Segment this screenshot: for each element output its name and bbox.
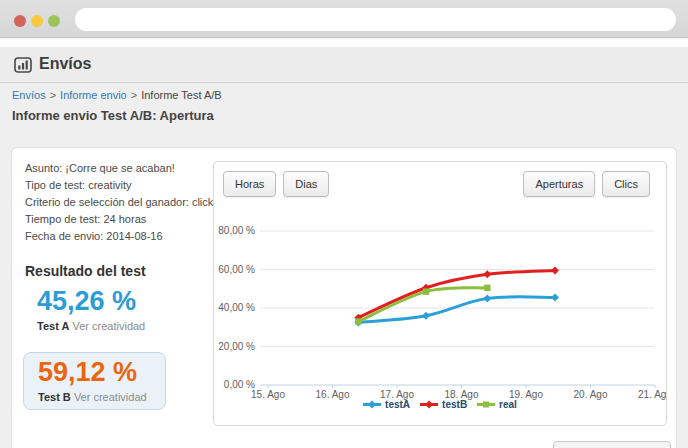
browser-titlebar bbox=[0, 0, 688, 38]
svg-text:20,00 %: 20,00 % bbox=[218, 341, 255, 352]
partial-button-bottom[interactable] bbox=[553, 441, 671, 448]
section-title: Envíos bbox=[39, 55, 91, 73]
test-a-view-creative-link[interactable]: Ver creatividad bbox=[72, 320, 145, 332]
info-line-fecha: Fecha de envio: 2014-08-16 bbox=[25, 228, 217, 245]
results-heading: Resultado del test bbox=[25, 263, 146, 279]
report-card: Asunto: ¡Corre que se acaban! Tipo de te… bbox=[11, 147, 677, 448]
chart-toolbar: Horas Dias Aperturas Clics bbox=[223, 171, 650, 197]
test-b-value: 59,12 % bbox=[38, 357, 165, 388]
info-line-asunto: Asunto: ¡Corre que se acaban! bbox=[25, 160, 217, 177]
test-a-name: Test A bbox=[37, 320, 69, 332]
breadcrumb-link-envios[interactable]: Envíos bbox=[12, 89, 46, 101]
aperturas-button[interactable]: Aperturas bbox=[523, 171, 595, 197]
ab-test-line-chart: 0,00 %20,00 %40,00 %60,00 %80,00 %15. Ag… bbox=[214, 162, 667, 426]
legend-item-testB[interactable]: testB bbox=[420, 399, 467, 410]
breadcrumb: Envíos>Informe envio>Informe Test A/B bbox=[12, 89, 222, 101]
bar-chart-icon bbox=[14, 57, 32, 73]
breadcrumb-separator: > bbox=[131, 89, 137, 101]
test-a-label: Test A Ver creatividad bbox=[37, 320, 145, 332]
legend-item-testA[interactable]: testA bbox=[363, 399, 410, 410]
test-b-name: Test B bbox=[38, 391, 71, 403]
page-top-strip bbox=[0, 39, 688, 47]
test-b-label: Test B Ver creatividad bbox=[38, 391, 165, 403]
horas-button[interactable]: Horas bbox=[223, 171, 276, 197]
window-minimize-button[interactable] bbox=[31, 15, 43, 27]
time-scale-buttons: Horas Dias bbox=[223, 171, 329, 197]
browser-address-bar[interactable] bbox=[75, 8, 676, 31]
svg-text:80,00 %: 80,00 % bbox=[218, 225, 255, 236]
info-line-criterio: Criterio de selección del ganador: click bbox=[25, 194, 217, 211]
legend-label: testB bbox=[442, 399, 467, 410]
legend-label: testA bbox=[385, 399, 410, 410]
window-zoom-button[interactable] bbox=[48, 15, 60, 27]
legend-label: real bbox=[499, 399, 517, 410]
test-b-view-creative-link[interactable]: Ver creatividad bbox=[74, 391, 147, 403]
chart-legend: testAtestBreal bbox=[214, 399, 666, 410]
diamond-line-marker-icon bbox=[363, 400, 381, 409]
dias-button[interactable]: Dias bbox=[283, 171, 329, 197]
test-a-value: 45,26 % bbox=[37, 286, 145, 317]
info-line-tipo: Tipo de test: creativity bbox=[25, 177, 217, 194]
square-line-marker-icon bbox=[477, 400, 495, 409]
test-info-panel: Asunto: ¡Corre que se acaban! Tipo de te… bbox=[25, 160, 217, 245]
app-header: Envíos bbox=[0, 47, 688, 83]
clics-button[interactable]: Clics bbox=[602, 171, 650, 197]
legend-item-real[interactable]: real bbox=[477, 399, 517, 410]
breadcrumb-separator: > bbox=[50, 89, 56, 101]
report-heading: Informe envio Test A/B: Apertura bbox=[12, 108, 214, 123]
diamond-line-marker-icon bbox=[420, 400, 438, 409]
breadcrumb-current: Informe Test A/B bbox=[141, 89, 222, 101]
svg-text:40,00 %: 40,00 % bbox=[218, 302, 255, 313]
chart-panel: Horas Dias Aperturas Clics 0,00 %20,00 %… bbox=[213, 161, 667, 426]
result-test-b-winner-box: 59,12 % Test B Ver creatividad bbox=[23, 352, 166, 410]
metric-buttons: Aperturas Clics bbox=[523, 171, 650, 197]
breadcrumb-link-informe-envio[interactable]: Informe envio bbox=[60, 89, 127, 101]
info-line-tiempo: Tiempo de test: 24 horas bbox=[25, 211, 217, 228]
window-close-button[interactable] bbox=[14, 15, 26, 27]
svg-text:60,00 %: 60,00 % bbox=[218, 264, 255, 275]
result-test-a: 45,26 % Test A Ver creatividad bbox=[37, 286, 145, 332]
